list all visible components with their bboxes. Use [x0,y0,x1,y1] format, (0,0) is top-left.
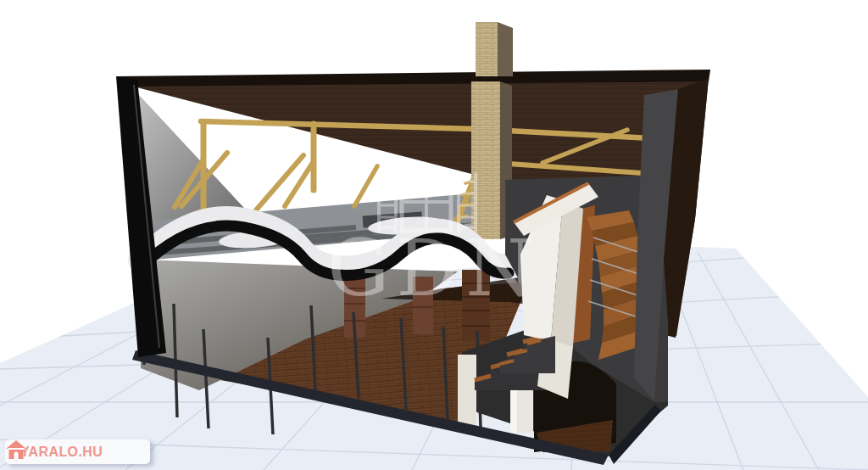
house-icon [5,439,27,460]
cellar-white-wall [458,355,476,426]
screenshot-root: GDN NYARALO.HU [0,0,868,470]
gdn-watermark-text: GDN [327,223,541,314]
nyaralo-watermark-badge: NYARALO.HU [5,439,150,464]
chimney-top [476,22,498,76]
house-3d-render: GDN [0,0,868,470]
